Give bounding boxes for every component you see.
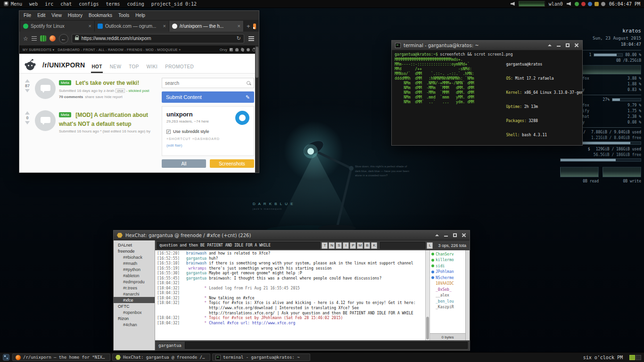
taskbar-menu-icon[interactable] — [3, 354, 9, 361]
topic-input[interactable]: question and then BE PATIENT AND IDLE FO… — [157, 242, 320, 249]
user-list-item[interactable]: 18VAAIDC — [431, 281, 464, 287]
extension-icon-orange[interactable] — [50, 35, 56, 41]
post-thumbnail[interactable] — [35, 78, 56, 99]
url-bar[interactable]: https://www.reddit.com/r/unixporn — [72, 34, 244, 43]
network-interface-label[interactable]: wlan0 — [549, 1, 563, 7]
subreddit-title[interactable]: /r/UNIXPORN — [42, 61, 85, 69]
my-subreddits-dropdown[interactable]: MY SUBREDDITS — [23, 48, 54, 52]
rss-icon[interactable] — [253, 24, 256, 29]
new-tab-button[interactable] — [247, 23, 250, 30]
panel-launcher[interactable]: project_sid 0:12 — [151, 1, 197, 7]
maximize-button[interactable] — [453, 233, 457, 238]
user-list-item[interactable]: _0xSeb_ — [431, 287, 464, 293]
user-list-item[interactable]: ChanServ — [431, 251, 464, 257]
reddit-snoo-icon[interactable] — [24, 59, 36, 71]
channel-tree-item[interactable]: #openbox — [114, 309, 155, 315]
reload-icon[interactable] — [237, 35, 241, 41]
menubar-item[interactable]: Help — [135, 13, 145, 18]
panel-launcher[interactable]: configs — [79, 1, 99, 7]
message-input[interactable] — [185, 342, 468, 349]
scrollbar-thumb[interactable] — [256, 47, 258, 78]
cpu-graph-applet[interactable] — [519, 1, 545, 7]
channel-tree-item[interactable]: DALnet — [114, 242, 155, 248]
channel-tree-item[interactable]: #r.trees — [114, 285, 155, 291]
post-thumbnail[interactable] — [35, 110, 56, 131]
userlist-scrollbar[interactable] — [465, 250, 470, 340]
sort-tab[interactable]: HOT — [91, 62, 102, 73]
menubar-item[interactable]: Edit — [37, 13, 45, 18]
search-box[interactable] — [162, 78, 254, 88]
applications-menu-button[interactable]: Menu — [4, 1, 22, 7]
volume-icon[interactable] — [511, 2, 515, 6]
channel-tree-item[interactable]: #xfce — [114, 297, 155, 303]
shade-button[interactable] — [547, 43, 552, 48]
browser-tab[interactable]: /r/unixporn — the h... — [169, 21, 244, 32]
sort-tab[interactable]: WIKI — [146, 62, 158, 73]
downvote-arrow[interactable] — [25, 121, 30, 124]
browser-tab[interactable]: Outlook.com — ogrum... — [95, 21, 169, 32]
menubar-item[interactable]: View — [51, 13, 62, 18]
channel-tree-item[interactable]: #anarchi — [114, 291, 155, 297]
channel-mode-button[interactable]: I — [343, 242, 349, 249]
channel-tree-item[interactable]: ##biohack — [114, 254, 155, 260]
channel-mode-button[interactable]: B — [364, 242, 370, 249]
edit-flair-link[interactable]: (edit flair) — [166, 143, 249, 148]
menubar-item[interactable]: History — [68, 13, 83, 18]
channel-mode-button[interactable]: M — [357, 242, 363, 249]
extension-icon-green[interactable] — [40, 35, 46, 41]
maximize-button[interactable] — [565, 43, 570, 48]
panel-launcher[interactable]: irc — [45, 1, 53, 7]
panel-clock[interactable]: 06:04:47 PM — [609, 1, 640, 7]
use-subreddit-style-checkbox[interactable] — [166, 130, 171, 134]
username-link[interactable]: Orvy — [220, 48, 227, 51]
user-list-item[interactable]: _ben_lou — [431, 298, 464, 304]
user-list-item[interactable]: JPohlman — [431, 269, 464, 275]
search-input[interactable] — [165, 81, 245, 86]
message-log[interactable]: [16:52:20] brainwash and how is related … — [155, 250, 425, 340]
tray-icon[interactable] — [575, 2, 579, 6]
fuzzy-clock[interactable]: six o'clock PM — [583, 355, 623, 360]
minimize-button[interactable] — [444, 233, 448, 238]
notifications-bell-icon[interactable] — [235, 48, 239, 51]
terminal-titlebar[interactable]: terminal - gargantua@kratos: ~ — [392, 41, 582, 50]
submit-content-button[interactable]: Submit Content — [162, 91, 254, 103]
workspace-pager[interactable] — [629, 355, 641, 360]
close-button[interactable] — [462, 233, 466, 238]
channel-mode-button[interactable]: S — [336, 242, 342, 249]
channel-tree-item[interactable]: #4chan — [114, 321, 155, 328]
channel-tree-item[interactable]: #ableton — [114, 272, 155, 279]
taskbar-window-button[interactable]: HexChat: gargantua @ freenode /... — [112, 354, 210, 361]
mixer-icon[interactable] — [567, 2, 571, 6]
channel-mode-button[interactable]: K — [371, 242, 377, 249]
limit-mode-button[interactable]: L — [427, 242, 433, 249]
nick-button[interactable]: gargantua — [157, 343, 183, 348]
upvote-arrow[interactable] — [25, 111, 30, 115]
chat-scrollbar[interactable] — [425, 250, 429, 340]
tab-close-icon[interactable] — [238, 24, 240, 29]
page-scrollbar[interactable] — [255, 46, 259, 173]
channel-tree-item[interactable]: Rizon — [114, 315, 155, 321]
sort-tab[interactable]: TOP — [128, 62, 140, 73]
channel-tree-item[interactable]: OFTC — [114, 303, 155, 309]
workspace-cell[interactable] — [636, 355, 641, 360]
shortcut-links[interactable]: +SHORTCUT +DASHBOARD — [166, 137, 249, 140]
scrollbar-thumb[interactable] — [426, 317, 429, 339]
minimize-button[interactable] — [556, 43, 561, 48]
menubar-item[interactable]: Tools — [118, 13, 129, 18]
panel-launcher[interactable]: web — [29, 1, 38, 7]
hamburger-menu-icon[interactable] — [248, 35, 255, 42]
user-list-item[interactable]: _KaszpiR — [431, 304, 464, 311]
user-list-item[interactable]: sidi — [431, 263, 464, 269]
menubar-item[interactable]: Bookmarks — [89, 13, 112, 18]
post-title[interactable]: [MOD] A clarification about what's NOT a… — [59, 112, 148, 127]
tab-close-icon[interactable] — [163, 24, 166, 29]
filter-button[interactable]: All — [162, 159, 206, 168]
link-flair-tag[interactable]: Meta — [59, 80, 71, 85]
tray-icon[interactable] — [588, 2, 592, 6]
mail-icon[interactable] — [230, 48, 233, 51]
user-list-item[interactable]: killermo — [431, 257, 464, 263]
taskbar-window-button[interactable]: terminal - gargantua@kratos: ~ — [212, 354, 310, 361]
modtools-wrench-icon[interactable] — [240, 48, 245, 52]
menubar-item[interactable]: File — [24, 13, 31, 18]
tray-icon[interactable] — [594, 2, 599, 6]
